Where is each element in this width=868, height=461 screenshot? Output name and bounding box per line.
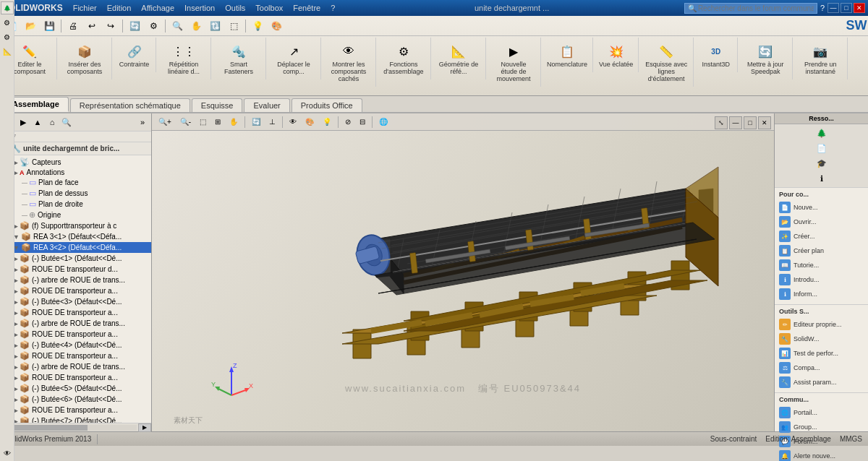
rp-item-inform[interactable]: ℹ Inform...: [779, 287, 864, 301]
vp-zoom-out-btn[interactable]: 🔍-: [176, 116, 195, 127]
vp-pan-btn[interactable]: ✋: [226, 116, 242, 127]
tree-item-roue6[interactable]: ▶ 📦 ROUE DE transporteur a...: [0, 372, 151, 383]
dim-xpert-btn[interactable]: 📐: [1, 45, 14, 58]
vp-close-btn[interactable]: ✕: [758, 116, 771, 129]
viewport[interactable]: 🔍+ 🔍- ⬚ ⊞ ✋ 🔄 ⊥ 👁 🎨 💡 ⊘ ⊟ 🌐 ⤡ — □ ✕: [152, 113, 774, 431]
vp-scene-btn[interactable]: 🌐: [375, 116, 391, 127]
tree-item-plan-face[interactable]: — ▭ Plan de face: [0, 177, 151, 188]
rp-item-alerte[interactable]: 🔔 Alerte nouve...: [779, 449, 864, 461]
rp-item-ouvrir[interactable]: 📂 Ouvrir...: [779, 215, 864, 229]
save-btn[interactable]: 💾: [41, 18, 58, 34]
display-pane-btn[interactable]: 👁: [1, 447, 14, 460]
smart-fasteners-btn[interactable]: 🔩 Smart Fasteners: [215, 39, 263, 78]
render-btn[interactable]: 💡: [249, 18, 266, 34]
tree-item-arbre2[interactable]: ▶ 📦 (-) arbre de ROUE de trans...: [0, 318, 151, 329]
tree-root[interactable]: ▼ 🔧 unite dechargemnt de bric...: [0, 142, 151, 155]
insert-components-btn[interactable]: 📦 Insérer des composants: [61, 39, 109, 78]
rp-icon2[interactable]: 📄: [814, 141, 829, 155]
close-button[interactable]: ✕: [854, 3, 865, 13]
tree-item-roue2[interactable]: ▶ 📦 ROUE DE transporteur a...: [0, 285, 151, 296]
tree-item-arbre3[interactable]: ▶ 📦 (-) arbre de ROUE de trans...: [0, 361, 151, 372]
tree-item-butee5[interactable]: ▶ 📦 (-) Butée<5> (Défaut<<Dé...: [0, 383, 151, 394]
rp-item-creer-plan[interactable]: 📋 Créer plan: [779, 244, 864, 258]
scroll-track[interactable]: [14, 425, 137, 431]
tree-item-butee6[interactable]: ▶ 📦 (-) Butée<6> (Défaut<<Dé...: [0, 394, 151, 405]
tab-representation[interactable]: Représentation schématique: [70, 98, 190, 112]
search-input[interactable]: [698, 4, 814, 12]
rebuild-btn[interactable]: 🔄: [126, 18, 143, 34]
tree-item-plan-droite[interactable]: — ▭ Plan de droite: [0, 199, 151, 210]
panel-search-btn[interactable]: 🔍: [59, 115, 74, 129]
rp-item-tutoriel[interactable]: 📖 Tutorie...: [779, 258, 864, 272]
tree-item-roue3[interactable]: ▶ 📦 ROUE DE transporteur a...: [0, 307, 151, 318]
vp-view-btn[interactable]: 👁: [286, 116, 300, 127]
tree-item-support[interactable]: ▶ 📦 (f) Supporttransporteur à c: [0, 220, 151, 231]
rp-item-editeur[interactable]: ✏ Editeur proprie...: [779, 317, 864, 332]
config-manager-btn[interactable]: ⚙: [1, 30, 14, 43]
rp-item-creer[interactable]: ✨ Créer...: [779, 229, 864, 244]
minimize-button[interactable]: —: [827, 3, 839, 13]
vp-rotate-btn[interactable]: 🔄: [248, 116, 264, 127]
panel-up-btn[interactable]: ▲: [30, 115, 45, 129]
tab-esquisse[interactable]: Esquisse: [192, 98, 243, 112]
tree-item-rea2[interactable]: ▼ 📦 REA 3<2> (Défaut<<Défa...: [0, 242, 151, 253]
maximize-button[interactable]: □: [841, 3, 852, 13]
help-icon[interactable]: ?: [820, 4, 825, 12]
property-manager-btn[interactable]: ⚙: [1, 16, 14, 29]
horizontal-scrollbar[interactable]: ◀ ▶: [0, 423, 151, 431]
tree-item-roue4[interactable]: ▶ 📦 ROUE DE transporteur a...: [0, 329, 151, 340]
pattern-btn[interactable]: ⋮⋮ Répétition linéaire d...: [160, 39, 208, 78]
vp-area-zoom-btn[interactable]: ⊞: [211, 116, 224, 127]
tree-item-capteurs[interactable]: ▶ 📡 Capteurs: [0, 157, 151, 168]
menu-insertion[interactable]: Insertion: [180, 3, 219, 13]
undo-btn[interactable]: ↩: [83, 18, 101, 34]
new-motion-btn[interactable]: ▶ Nouvelle étude de mouvement: [490, 39, 537, 85]
rp-icon3[interactable]: 🎓: [814, 156, 829, 171]
move-component-btn[interactable]: ↗ Déplacer le comp...: [270, 39, 318, 78]
menu-edition[interactable]: Edition: [103, 3, 136, 13]
material-btn[interactable]: 🎨: [268, 18, 285, 34]
show-hidden-btn[interactable]: 👁 Montrer les composants cachés: [325, 39, 373, 85]
rp-item-assist[interactable]: 🔧 Assist param...: [779, 375, 864, 389]
tree-item-roue5[interactable]: ▶ 📦 ROUE DE transporteur a...: [0, 350, 151, 361]
vp-restore-btn[interactable]: □: [744, 116, 757, 129]
panel-forward-btn[interactable]: ▶: [16, 115, 30, 129]
view-zoom-fit-btn[interactable]: ⬚: [225, 18, 242, 34]
rp-item-compa[interactable]: ⚖ Compa...: [779, 361, 864, 375]
vp-light-btn[interactable]: 💡: [319, 116, 335, 127]
panel-expand-btn[interactable]: »: [135, 115, 150, 129]
speedpak-btn[interactable]: 🔄 Mettre à jour Speedpak: [741, 39, 789, 78]
vp-minimize-btn[interactable]: —: [729, 116, 742, 129]
instant3d-btn[interactable]: 3D Instant3D: [699, 39, 732, 71]
feature-tree-btn[interactable]: 🌲: [1, 1, 14, 14]
tree-item-rea1[interactable]: ▼ 📦 REA 3<1> (Défaut<<Défa...: [0, 231, 151, 242]
scroll-right-btn[interactable]: ▶: [138, 423, 151, 432]
redo-btn[interactable]: ↪: [102, 18, 119, 34]
explode-view-btn[interactable]: 💥 Vue éclatée: [597, 39, 635, 71]
tab-evaluer[interactable]: Evaluer: [244, 98, 289, 112]
open-file-btn[interactable]: 📂: [22, 18, 39, 34]
explode-sketch-btn[interactable]: 📏 Esquisse avec lignes d'éclatement: [642, 39, 690, 85]
menu-outils[interactable]: Outils: [221, 3, 250, 13]
tree-item-roue7[interactable]: ▶ 📦 ROUE DE transporteur a...: [0, 405, 151, 415]
menu-affichage[interactable]: Affichage: [137, 3, 179, 13]
assembly-features-btn[interactable]: ⚙ Fonctions d'assemblage: [380, 39, 427, 78]
constraint-btn[interactable]: 🔗 Contrainte: [117, 39, 152, 71]
rp-item-solidw[interactable]: 🔧 SolidW...: [779, 332, 864, 346]
tab-office[interactable]: Produits Office: [292, 98, 362, 112]
print-btn[interactable]: 🖨: [64, 18, 82, 34]
vp-display-btn[interactable]: 🎨: [302, 116, 318, 127]
vp-hide-btn[interactable]: ⊘: [341, 116, 354, 127]
ref-geometry-btn[interactable]: 📐 Géométrie de réfé...: [435, 39, 482, 78]
rp-item-nouveau[interactable]: 📄 Nouve...: [779, 200, 864, 215]
tree-item-butee1[interactable]: ▶ 📦 (-) Butée<1> (Défaut<<Dé...: [0, 253, 151, 264]
rp-item-group[interactable]: 👥 Group...: [779, 420, 864, 434]
rp-item-intro[interactable]: ℹ Introdu...: [779, 272, 864, 287]
menu-fenetre[interactable]: Fenêtre: [289, 3, 325, 13]
panel-home-btn[interactable]: ⌂: [45, 115, 59, 129]
vp-zoom-in-btn[interactable]: 🔍+: [155, 116, 175, 127]
menu-toolbox[interactable]: Toolbox: [251, 3, 287, 13]
tree-item-annotations[interactable]: ▶ A Annotations: [0, 168, 151, 177]
vp-fit-btn[interactable]: ⬚: [196, 116, 210, 127]
menu-fichier[interactable]: Fichier: [69, 3, 101, 13]
